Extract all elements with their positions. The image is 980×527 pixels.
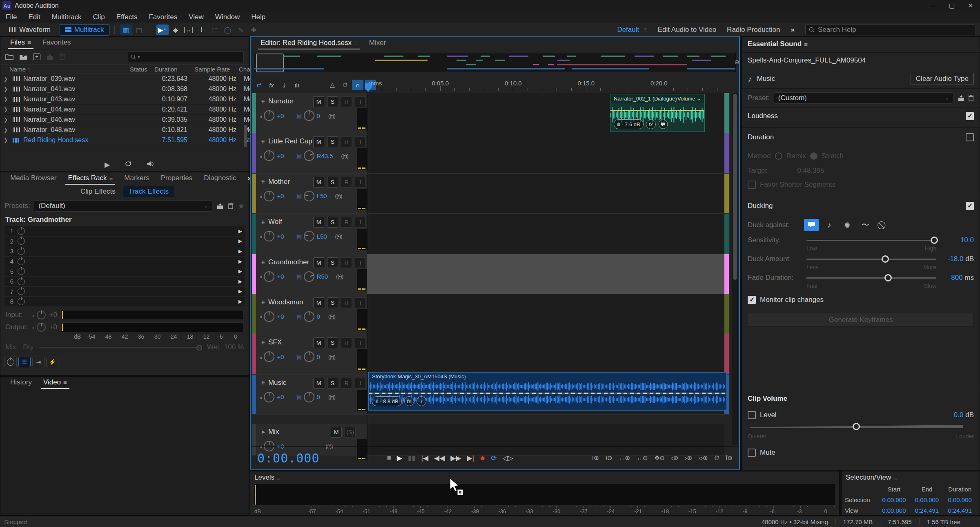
- clip-effects-button[interactable]: Clip Effects: [75, 186, 121, 197]
- clip-effects-icon[interactable]: fx: [266, 80, 277, 90]
- record-arm-button[interactable]: R: [341, 297, 352, 308]
- track-volume-knob[interactable]: [264, 110, 274, 121]
- mute-button[interactable]: M: [313, 378, 324, 389]
- rack-list-view-button[interactable]: ☰: [18, 357, 31, 367]
- solo-button[interactable]: S: [327, 136, 338, 147]
- slot-arrow-icon[interactable]: ▶: [238, 299, 242, 304]
- output-gain-knob[interactable]: [37, 323, 46, 332]
- track-row[interactable]: ⧻Mother M S R I ₗₗₗ +0 |ıı| L50 (: [252, 174, 729, 214]
- duck-amount-slider[interactable]: [806, 259, 936, 260]
- import-file-icon[interactable]: [19, 54, 27, 60]
- file-row[interactable]: ❯Narrator_046.wav 0:39.035 48000 Hz Mono: [0, 115, 249, 125]
- expand-chevron-icon[interactable]: ❯: [4, 117, 9, 123]
- maximize-button[interactable]: ▢: [942, 0, 961, 11]
- metronome-icon[interactable]: △: [327, 80, 338, 90]
- view-row[interactable]: View0:00.0000:24.4910:24.491: [845, 505, 976, 516]
- tab-video[interactable]: Video≡: [38, 378, 73, 389]
- paintbrush-tool[interactable]: ✎: [235, 25, 247, 35]
- slot-arrow-icon[interactable]: ▶: [238, 279, 242, 284]
- track-pan-knob[interactable]: [304, 351, 314, 362]
- record-arm-button[interactable]: R: [341, 96, 352, 107]
- duck-sfx-icon[interactable]: ✺: [840, 219, 855, 231]
- track-row[interactable]: ⧻SFX M S R I ₗₗₗ +0 |ıı| 0 ((•)): [252, 334, 729, 374]
- delete-preset-icon[interactable]: [228, 203, 234, 209]
- effect-slot[interactable]: 8 ▶: [4, 297, 245, 306]
- editor-vertical-scrollbar[interactable]: [732, 93, 738, 445]
- scrollbar-thumb[interactable]: [733, 94, 737, 280]
- razor-tool[interactable]: ◆: [169, 25, 182, 35]
- menu-item[interactable]: Window: [209, 13, 245, 21]
- workspace-edit-audio-to-video[interactable]: Edit Audio to Video: [658, 26, 716, 34]
- level-checkbox[interactable]: [748, 411, 756, 419]
- mute-button[interactable]: M: [313, 337, 324, 348]
- editor-menu-icon[interactable]: ≡: [354, 39, 358, 46]
- track-header[interactable]: ⧻Music M S R I ₗₗₗ +0 |ıı| 0 ((•): [256, 375, 367, 414]
- zoom-out-point-icon[interactable]: ›⊕: [685, 454, 692, 462]
- track-lane[interactable]: [367, 294, 724, 334]
- slot-power-icon[interactable]: [18, 258, 25, 265]
- music-clip-fx-badge[interactable]: fx: [404, 396, 414, 406]
- stretch-radio[interactable]: [810, 152, 817, 160]
- clip-gain-badge[interactable]: ılı- 7.6 dB: [614, 119, 644, 129]
- overview-zoom-icon[interactable]: ⊕: [734, 58, 739, 66]
- tab-mixer[interactable]: Mixer: [363, 39, 392, 49]
- tab-markers[interactable]: Markers: [118, 174, 155, 185]
- slot-power-icon[interactable]: [18, 237, 25, 245]
- zoom-reset-icon[interactable]: ✥⊖: [655, 454, 665, 462]
- effect-slot[interactable]: 5 ▶: [4, 266, 245, 277]
- slot-power-icon[interactable]: [18, 268, 25, 275]
- save-preset-icon[interactable]: [958, 95, 965, 101]
- track-lane[interactable]: [367, 254, 724, 294]
- session-overview-strip[interactable]: [254, 53, 736, 72]
- save-preset-icon[interactable]: [216, 203, 224, 209]
- mute-button[interactable]: M: [313, 96, 324, 107]
- monitor-input-button[interactable]: I: [355, 257, 366, 268]
- track-pan-knob[interactable]: [302, 149, 316, 163]
- loudness-checkbox[interactable]: [966, 112, 974, 120]
- clip-envelope-dropdown[interactable]: Volume ⌄: [677, 96, 701, 102]
- music-clip[interactable]: Storybook-Magic_30_AM1504S (Music) ılı- …: [368, 372, 727, 411]
- tab-media-browser[interactable]: Media Browser: [4, 174, 62, 185]
- music-clip-gain-badge[interactable]: ılı- 8.8 dB: [372, 396, 402, 406]
- files-loop-button[interactable]: [125, 161, 132, 167]
- levels-menu-icon[interactable]: ≡: [277, 474, 281, 481]
- slot-arrow-icon[interactable]: ▶: [238, 238, 242, 244]
- zoom-out-vertical-icon[interactable]: I⊖: [606, 454, 612, 462]
- tab-effects-rack[interactable]: Effects Rack≡: [62, 174, 118, 185]
- files-column-headers[interactable]: Name ↑ Status Duration Sample Rate Chann…: [0, 64, 249, 74]
- search-help-input[interactable]: Search Help: [805, 25, 976, 35]
- track-header[interactable]: ⧻Mother M S R I ₗₗₗ +0 |ıı| L50 (: [256, 174, 367, 213]
- track-header[interactable]: ⧻Little Red Cap M S R I ₗₗₗ +0 |ıı| R43.…: [256, 133, 367, 173]
- menu-item[interactable]: Effects: [111, 13, 143, 21]
- duck-ambience-icon[interactable]: 〜: [858, 219, 873, 231]
- preset-dropdown[interactable]: (Custom)⌄: [774, 92, 953, 104]
- file-row[interactable]: ❯Narrator_048.wav 0:10.821 48000 Hz Mono: [0, 125, 249, 135]
- effect-slot[interactable]: 1 ▶: [4, 226, 245, 237]
- selection-row[interactable]: Selection0:00.0000:00.0000:00.000: [845, 494, 976, 505]
- favorite-star-icon[interactable]: ★: [238, 201, 245, 211]
- workspace-overflow-chevron[interactable]: »: [791, 26, 795, 34]
- expand-chevron-icon[interactable]: ❯: [4, 107, 9, 112]
- menu-item[interactable]: View: [183, 13, 209, 21]
- mute-checkbox[interactable]: [748, 449, 756, 457]
- track-pan-knob[interactable]: [303, 270, 316, 283]
- tab-files[interactable]: Files≡: [4, 38, 37, 49]
- track-header[interactable]: ⧻Grandmother M S R I ₗₗₗ +0 |ıı| R50: [256, 254, 367, 294]
- mix-mute-button[interactable]: M: [331, 427, 342, 438]
- track-volume-knob[interactable]: [264, 191, 274, 201]
- clip-volume-slider[interactable]: [750, 423, 963, 429]
- zoom-amplitude-icon[interactable]: Ī⊕: [726, 454, 733, 462]
- file-row[interactable]: ❯Narrator_043.wav 0:10.907 48000 Hz Mono: [0, 94, 249, 105]
- open-file-icon[interactable]: [5, 54, 13, 60]
- solo-button[interactable]: S: [327, 337, 338, 348]
- clip-gain-icon[interactable]: ⤓: [278, 80, 290, 90]
- workspace-radio-production[interactable]: Radio Production: [727, 26, 780, 34]
- selection-view-menu-icon[interactable]: ≡: [893, 474, 897, 481]
- snap-magnet-icon[interactable]: ∩: [352, 80, 363, 90]
- slot-arrow-icon[interactable]: ▶: [238, 228, 242, 234]
- track-pan-knob[interactable]: [304, 311, 314, 322]
- waveform-display-toggle[interactable]: ▦: [120, 25, 132, 35]
- fade-duration-slider[interactable]: [806, 277, 936, 279]
- go-to-start-button[interactable]: |◀: [421, 454, 429, 462]
- video-panel-menu-icon[interactable]: ≡: [63, 379, 67, 386]
